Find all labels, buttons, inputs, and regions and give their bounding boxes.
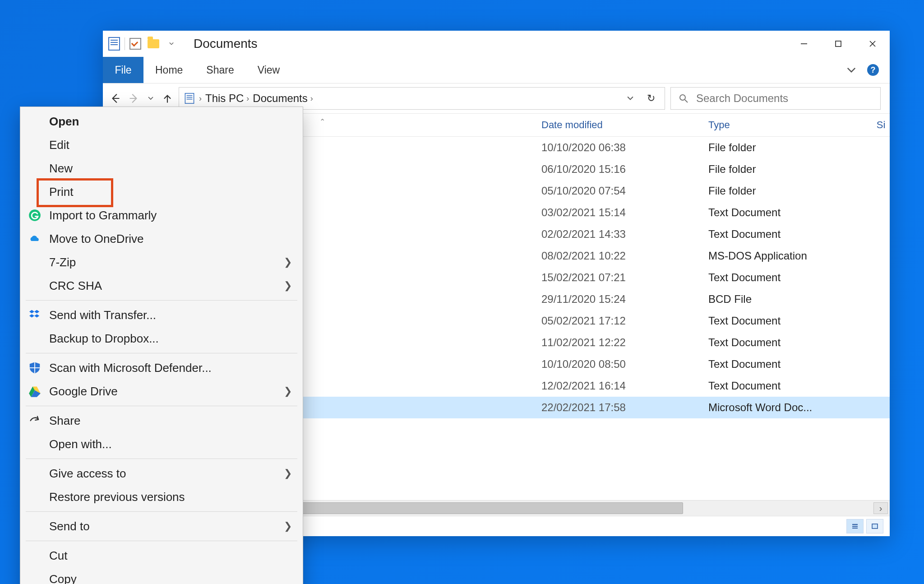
- col-type-header[interactable]: Type: [708, 119, 857, 131]
- context-menu-label: Open with...: [49, 437, 112, 451]
- nav-buttons: [109, 93, 173, 104]
- refresh-button[interactable]: ↻: [642, 88, 660, 109]
- file-date: 15/02/2021 07:21: [541, 271, 708, 284]
- defender-icon: [28, 361, 42, 375]
- context-menu-item[interactable]: Open: [21, 110, 302, 133]
- context-menu-separator: [26, 353, 297, 353]
- qat-doc-icon[interactable]: [106, 36, 122, 51]
- context-menu-label: Share: [49, 414, 80, 428]
- nav-recent-dropdown[interactable]: [147, 96, 154, 101]
- search-icon: [678, 93, 689, 104]
- nav-back-button[interactable]: [109, 93, 121, 104]
- submenu-chevron-icon: ❯: [284, 256, 292, 268]
- breadcrumb-label: Documents: [253, 92, 307, 105]
- context-menu-item[interactable]: Open with...: [21, 432, 302, 456]
- file-date: 22/02/2021 17:58: [541, 401, 708, 414]
- minimize-button[interactable]: [787, 31, 821, 57]
- file-date: 05/10/2020 07:54: [541, 185, 708, 197]
- context-menu-item[interactable]: 7-Zip❯: [21, 250, 302, 274]
- file-date: 11/02/2021 12:22: [541, 336, 708, 349]
- file-date: 08/02/2021 10:22: [541, 250, 708, 262]
- context-menu-item[interactable]: Share: [21, 409, 302, 432]
- dropbox-icon: [28, 308, 42, 322]
- view-thumbnails-button[interactable]: [866, 519, 883, 533]
- svg-point-4: [680, 95, 685, 100]
- context-menu-item[interactable]: Edit: [21, 133, 302, 157]
- qat-separator: [125, 37, 125, 50]
- context-menu-label: Send with Transfer...: [49, 308, 156, 322]
- qat-folder-icon[interactable]: [146, 36, 161, 51]
- file-date: 12/02/2021 16:14: [541, 380, 708, 392]
- context-menu-separator: [26, 459, 297, 459]
- context-menu-item[interactable]: Restore previous versions: [21, 485, 302, 509]
- breadcrumb-root-chevron[interactable]: ›: [199, 94, 202, 103]
- context-menu-label: CRC SHA: [49, 279, 102, 293]
- col-date-header[interactable]: Date modified: [541, 119, 708, 131]
- context-menu-item[interactable]: Copy: [21, 567, 302, 584]
- context-menu-label: Open: [49, 115, 79, 129]
- context-menu-label: New: [49, 162, 73, 176]
- address-dropdown-button[interactable]: [621, 88, 639, 109]
- onedrive-icon: [28, 232, 42, 246]
- file-type: File folder: [708, 185, 857, 197]
- search-input[interactable]: [695, 92, 873, 105]
- horizontal-scroll-right[interactable]: ›: [873, 502, 888, 514]
- file-type: Text Document: [708, 315, 857, 327]
- context-menu-item[interactable]: CRC SHA❯: [21, 274, 302, 297]
- context-menu: OpenEditNewPrintImport to GrammarlyMove …: [20, 107, 303, 584]
- nav-up-button[interactable]: [162, 93, 173, 104]
- view-switcher: [846, 519, 883, 533]
- submenu-chevron-icon: ❯: [284, 385, 292, 397]
- context-menu-label: Print: [49, 185, 73, 199]
- context-menu-label: Google Drive: [49, 385, 118, 399]
- window-title: Documents: [194, 37, 258, 51]
- file-date: 29/11/2020 15:24: [541, 293, 708, 306]
- ribbon-collapse-button[interactable]: [846, 57, 856, 83]
- search-box[interactable]: [670, 87, 881, 110]
- context-menu-item[interactable]: Google Drive❯: [21, 380, 302, 403]
- context-menu-separator: [26, 300, 297, 301]
- context-menu-item[interactable]: Give access to❯: [21, 462, 302, 485]
- sort-indicator-icon: ⌃: [319, 117, 325, 126]
- context-menu-item[interactable]: Cut: [21, 544, 302, 567]
- file-type: File folder: [708, 163, 857, 176]
- context-menu-item[interactable]: Move to OneDrive: [21, 227, 302, 250]
- tab-view[interactable]: View: [246, 57, 291, 83]
- qat-customize-dropdown[interactable]: [164, 36, 179, 51]
- tab-home[interactable]: Home: [143, 57, 194, 83]
- tab-share[interactable]: Share: [194, 57, 245, 83]
- context-menu-item[interactable]: Backup to Dropbox...: [21, 327, 302, 350]
- breadcrumb-this-pc[interactable]: This PC ›: [205, 92, 249, 105]
- svg-rect-1: [836, 41, 841, 46]
- view-details-button[interactable]: [846, 519, 864, 533]
- context-menu-label: Scan with Microsoft Defender...: [49, 361, 212, 375]
- close-button[interactable]: [855, 31, 890, 57]
- maximize-button[interactable]: [821, 31, 855, 57]
- file-type: Text Document: [708, 358, 857, 371]
- file-type: Text Document: [708, 206, 857, 219]
- help-button[interactable]: ?: [867, 57, 879, 83]
- context-menu-item[interactable]: Print: [21, 180, 302, 204]
- tab-file[interactable]: File: [103, 57, 143, 83]
- file-type: Text Document: [708, 271, 857, 284]
- context-menu-item[interactable]: Scan with Microsoft Defender...: [21, 356, 302, 380]
- context-menu-separator: [26, 406, 297, 406]
- context-menu-item[interactable]: Send to❯: [21, 514, 302, 538]
- nav-forward-button[interactable]: [128, 93, 140, 104]
- breadcrumb-documents[interactable]: Documents ›: [253, 92, 313, 105]
- file-date: 10/10/2020 08:50: [541, 358, 708, 371]
- svg-line-5: [685, 100, 688, 102]
- grammarly-icon: [28, 208, 42, 222]
- gdrive-icon: [28, 384, 42, 399]
- context-menu-label: Backup to Dropbox...: [49, 332, 159, 346]
- context-menu-item[interactable]: New: [21, 157, 302, 180]
- file-date: 03/02/2021 15:14: [541, 206, 708, 219]
- context-menu-label: Import to Grammarly: [49, 209, 157, 222]
- context-menu-label: Give access to: [49, 467, 126, 481]
- file-type: MS-DOS Application: [708, 250, 857, 262]
- col-size-header[interactable]: SizeSi: [857, 119, 890, 131]
- context-menu-item[interactable]: Import to Grammarly: [21, 204, 302, 227]
- qat-properties-icon[interactable]: [128, 36, 143, 51]
- file-type: Microsoft Word Doc...: [708, 401, 857, 414]
- context-menu-item[interactable]: Send with Transfer...: [21, 303, 302, 327]
